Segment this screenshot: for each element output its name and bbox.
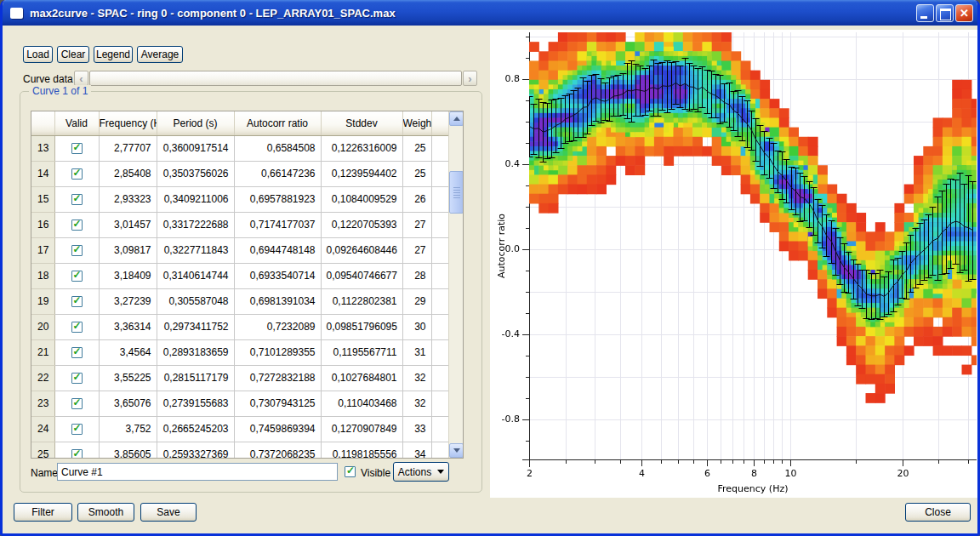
valid-checkbox[interactable] (71, 424, 83, 435)
autocorr-cell: 0,6981391034 (234, 288, 321, 314)
row-number[interactable]: 25 (31, 442, 54, 459)
plot-panel (490, 30, 977, 498)
window-title: max2curve - SPAC - ring 0 - component 0 … (30, 7, 914, 20)
table-row: 253,856050,25933273690,73720682350,11981… (31, 442, 450, 459)
valid-cell (54, 212, 99, 237)
average-button[interactable]: Average (137, 46, 183, 63)
column-header-autocorr-ratio[interactable]: Autocorr ratio (234, 111, 321, 135)
valid-checkbox[interactable] (71, 373, 83, 384)
filler-cell (431, 442, 450, 459)
weight-cell: 33 (402, 416, 431, 442)
titlebar[interactable]: max2curve - SPAC - ring 0 - component 0 … (0, 0, 980, 26)
column-header-period-s[interactable]: Period (s) (157, 111, 234, 135)
row-number[interactable]: 19 (31, 288, 54, 314)
valid-checkbox[interactable] (71, 322, 83, 333)
frequency-cell: 3,752 (99, 416, 157, 442)
chevron-right-icon[interactable]: › (463, 71, 477, 86)
scroll-up-icon[interactable] (449, 111, 464, 126)
autocorr-cell: 0,7101289355 (234, 339, 321, 365)
valid-checkbox[interactable] (71, 245, 83, 256)
maximize-button[interactable] (936, 4, 954, 22)
visible-checkbox[interactable] (345, 466, 356, 477)
dropdown-arrow-icon (437, 470, 444, 474)
stddev-cell: 0,1239594402 (321, 161, 402, 186)
minimize-button[interactable] (916, 4, 934, 22)
period-cell: 0,3227711843 (157, 237, 234, 263)
valid-checkbox[interactable] (71, 271, 83, 282)
load-button[interactable]: Load (23, 46, 53, 63)
frequency-cell: 3,4564 (99, 339, 157, 365)
close-icon[interactable] (955, 4, 973, 22)
table-row: 193,272390,3055870480,69813910340,112280… (31, 288, 450, 314)
table-row: 152,933230,34092110060,69578819230,10840… (31, 186, 450, 212)
valid-checkbox[interactable] (71, 347, 83, 358)
valid-cell (54, 391, 99, 416)
row-number[interactable]: 21 (31, 339, 54, 365)
scroll-down-icon[interactable] (449, 443, 464, 458)
row-number[interactable]: 24 (31, 416, 54, 442)
autocorr-cell: 0,7372068235 (234, 442, 321, 459)
autocorr-cell: 0,6933540714 (234, 263, 321, 288)
valid-cell (54, 263, 99, 288)
valid-checkbox[interactable] (71, 296, 83, 307)
autocorr-cell: 0,6584508 (234, 135, 321, 161)
valid-checkbox[interactable] (71, 168, 83, 180)
chevron-left-icon[interactable]: ‹ (74, 71, 88, 86)
filler-cell (431, 416, 450, 442)
curve-data-label: Curve data (23, 73, 73, 85)
window-controls (914, 4, 973, 22)
valid-cell (54, 314, 99, 339)
visible-label: Visible (361, 467, 390, 479)
filter-button[interactable]: Filter (14, 503, 72, 522)
period-cell: 0,2973411752 (157, 314, 234, 339)
row-number[interactable]: 16 (31, 212, 54, 237)
actions-button[interactable]: Actions (393, 462, 449, 482)
row-number[interactable]: 17 (31, 237, 54, 263)
stddev-cell: 0,1220705393 (321, 212, 402, 237)
row-number[interactable]: 20 (31, 314, 54, 339)
weight-cell: 27 (402, 212, 431, 237)
plot-canvas[interactable] (490, 30, 977, 498)
valid-checkbox[interactable] (71, 220, 83, 231)
scrollbar-thumb[interactable] (449, 171, 464, 214)
column-header-stddev[interactable]: Stddev (321, 111, 402, 135)
period-cell: 0,3317222688 (157, 212, 234, 237)
valid-cell (54, 237, 99, 263)
row-number[interactable]: 22 (31, 365, 54, 391)
column-header-weight[interactable]: Weight (402, 111, 431, 135)
row-number[interactable]: 13 (31, 135, 54, 161)
row-number[interactable]: 15 (31, 186, 54, 212)
actions-label: Actions (398, 466, 431, 478)
valid-cell (54, 186, 99, 212)
column-header-frequency-hz[interactable]: Frequency (Hz) (99, 111, 157, 135)
frequency-cell: 2,93323 (99, 186, 157, 212)
filler-cell (431, 314, 450, 339)
column-header-valid[interactable]: Valid (54, 111, 99, 135)
app-window: max2curve - SPAC - ring 0 - component 0 … (0, 0, 980, 536)
period-cell: 0,2815117179 (157, 365, 234, 391)
weight-cell: 28 (402, 263, 431, 288)
smooth-button[interactable]: Smooth (77, 503, 134, 522)
curve-selector-track[interactable] (89, 71, 462, 86)
row-number[interactable]: 14 (31, 161, 54, 186)
frequency-cell: 3,36314 (99, 314, 157, 339)
valid-checkbox[interactable] (71, 194, 83, 205)
clear-button[interactable]: Clear (57, 46, 89, 63)
row-number[interactable]: 23 (31, 391, 54, 416)
table-row: 233,650760,27391556830,73079431250,11040… (31, 391, 450, 416)
stddev-cell: 0,1226316009 (321, 135, 402, 161)
valid-checkbox[interactable] (71, 143, 83, 154)
close-button[interactable]: Close (905, 503, 971, 522)
valid-cell (54, 161, 99, 186)
save-button[interactable]: Save (140, 503, 197, 522)
autocorr-cell: 0,6957881923 (234, 186, 321, 212)
valid-cell (54, 288, 99, 314)
row-number[interactable]: 18 (31, 263, 54, 288)
period-cell: 0,2593327369 (157, 442, 234, 459)
valid-checkbox[interactable] (71, 449, 83, 459)
stddev-cell: 0,1270907849 (321, 416, 402, 442)
curve-name-input[interactable] (57, 463, 338, 481)
valid-checkbox[interactable] (71, 398, 83, 409)
table-scrollbar[interactable] (448, 111, 463, 458)
legend-button[interactable]: Legend (94, 46, 133, 63)
